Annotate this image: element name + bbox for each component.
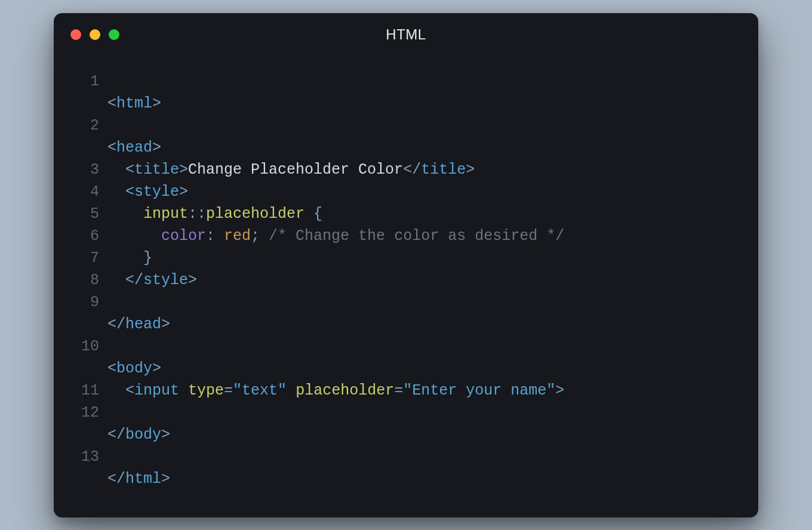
tok-indent (107, 161, 125, 178)
code-line: 4 <style> (72, 181, 740, 203)
tok-indent (107, 249, 143, 267)
tok-colon: : (206, 227, 224, 245)
line-number: 11 (72, 380, 99, 402)
window-close-icon[interactable] (70, 29, 81, 40)
tok-comment: /* Change the color as desired */ (269, 227, 564, 245)
tok-punc: </ (107, 470, 125, 488)
tok-tag: title (421, 161, 466, 178)
tok-punc: > (179, 161, 188, 178)
code-line: 10 <body> (72, 335, 740, 380)
code-content: </html> (107, 446, 740, 490)
tok-brace: } (143, 249, 152, 267)
tok-colon-colon: :: (188, 205, 206, 223)
tok-punc: > (152, 360, 161, 377)
code-content: input::placeholder { (107, 203, 740, 225)
window-title: HTML (54, 26, 758, 43)
code-content: </body> (107, 402, 740, 446)
line-number: 10 (72, 335, 99, 358)
tok-space (179, 382, 188, 399)
tok-space (287, 382, 296, 399)
line-number: 1 (72, 70, 99, 93)
tok-punc: > (161, 426, 170, 443)
code-line: 12 </body> (72, 402, 740, 446)
tok-punc: > (152, 95, 161, 112)
code-line: 7 } (72, 247, 740, 269)
line-number: 2 (72, 115, 99, 137)
tok-indent (107, 205, 143, 223)
tok-punc: > (161, 316, 170, 333)
tok-tag: body (125, 426, 161, 443)
tok-punc: </ (107, 316, 125, 333)
code-content: <html> (107, 70, 740, 115)
code-window: HTML 1 <html> 2 <head> 3 <title>Change P… (54, 13, 758, 517)
code-content: <style> (107, 181, 740, 203)
tok-indent (107, 272, 125, 289)
tok-space (304, 205, 313, 223)
tok-tag: title (134, 161, 179, 178)
tok-indent (107, 183, 125, 201)
code-content: <input type="text" placeholder="Enter yo… (107, 380, 740, 402)
tok-tag: input (134, 382, 179, 399)
window-traffic-lights (54, 29, 119, 40)
tok-semicolon: ; (251, 227, 260, 245)
tok-attr: placeholder (296, 382, 394, 399)
tok-punc: </ (403, 161, 421, 178)
line-number: 7 (72, 247, 99, 269)
tok-tag: body (116, 360, 152, 377)
code-content: color: red; /* Change the color as desir… (107, 225, 740, 247)
code-line: 2 <head> (72, 115, 740, 159)
code-line: 1 <html> (72, 70, 740, 115)
tok-eq: = (224, 382, 233, 399)
code-content: <head> (107, 115, 740, 159)
tok-tag: html (125, 470, 161, 488)
tok-punc: < (125, 382, 134, 399)
tok-string: "Enter your name" (403, 382, 555, 399)
window-zoom-icon[interactable] (109, 29, 119, 40)
tok-punc: < (125, 183, 134, 201)
line-number: 6 (72, 225, 99, 247)
tok-tag: style (143, 272, 188, 289)
code-content: } (107, 247, 740, 269)
tok-eq: = (394, 382, 403, 399)
tok-indent (107, 382, 125, 399)
code-content: <title>Change Placeholder Color</title> (107, 159, 740, 181)
tok-selector: input (143, 205, 188, 223)
tok-tag: style (134, 183, 179, 201)
code-line: 13 </html> (72, 446, 740, 490)
code-line: 3 <title>Change Placeholder Color</title… (72, 159, 740, 181)
tok-string: "text" (233, 382, 287, 399)
tok-space (260, 227, 269, 245)
tok-punc: > (179, 183, 188, 201)
code-line: 8 </style> (72, 269, 740, 291)
tok-punc: > (161, 470, 170, 488)
tok-punc: > (466, 161, 475, 178)
tok-punc: > (152, 139, 161, 156)
tok-indent (107, 227, 161, 245)
window-minimize-icon[interactable] (90, 29, 100, 40)
tok-tag: head (116, 139, 152, 156)
stage: HTML 1 <html> 2 <head> 3 <title>Change P… (0, 0, 812, 530)
tok-punc: > (188, 272, 197, 289)
line-number: 9 (72, 291, 99, 313)
tok-punc: </ (107, 426, 125, 443)
window-titlebar: HTML (54, 13, 758, 56)
code-line: 11 <input type="text" placeholder="Enter… (72, 380, 740, 402)
line-number: 8 (72, 269, 99, 291)
line-number: 13 (72, 446, 99, 468)
line-number: 12 (72, 402, 99, 424)
tok-punc: > (555, 382, 564, 399)
tok-property: color (161, 227, 206, 245)
tok-punc: < (107, 95, 116, 112)
code-editor[interactable]: 1 <html> 2 <head> 3 <title>Change Placeh… (54, 56, 758, 490)
tok-punc: </ (125, 272, 143, 289)
tok-attr: type (188, 382, 224, 399)
line-number: 3 (72, 159, 99, 181)
tok-text: Change Placeholder Color (188, 161, 403, 178)
tok-tag: head (125, 316, 161, 333)
tok-tag: html (116, 95, 152, 112)
tok-punc: < (125, 161, 134, 178)
code-content: </head> (107, 291, 740, 335)
tok-value: red (224, 227, 251, 245)
tok-pseudo: placeholder (206, 205, 304, 223)
code-line: 6 color: red; /* Change the color as des… (72, 225, 740, 247)
